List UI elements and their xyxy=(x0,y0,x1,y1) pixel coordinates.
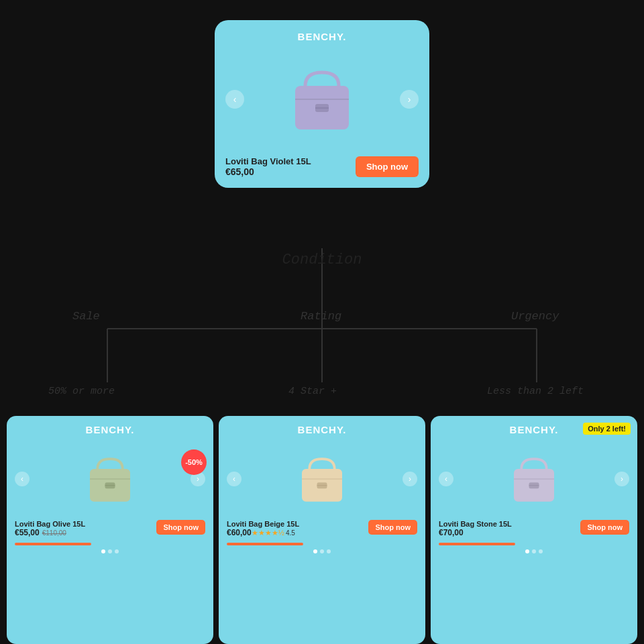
bottom-card-title-1: Loviti Bag Beige 15L xyxy=(227,520,299,528)
card-title: Loviti Bag Violet 15L xyxy=(225,156,311,166)
next-btn-1[interactable]: › xyxy=(402,472,417,486)
branch-sublabel-rating: 4 Star + xyxy=(288,386,337,397)
bottom-card-title-2: Loviti Bag Stone 15L xyxy=(439,520,512,528)
branch-label-rating: Rating xyxy=(301,310,341,323)
shop-now-btn-1[interactable]: Shop now xyxy=(368,520,417,535)
branch-label-urgency: Urgency xyxy=(511,310,559,323)
product-image-0 xyxy=(80,445,140,513)
prev-btn-2[interactable]: ‹ xyxy=(439,472,453,486)
card-price: €65,00 xyxy=(225,166,311,177)
stars-1: ★★★★½ xyxy=(252,529,284,537)
prev-button[interactable]: ‹ xyxy=(225,90,244,109)
shop-now-button[interactable]: Shop now xyxy=(356,156,419,177)
bottom-card-1: BENCHY. ‹ › Loviti Bag Beige 15L €60,00 … xyxy=(219,416,425,644)
bottom-card-old-price-0: €110,00 xyxy=(42,529,66,537)
discount-badge: -50% xyxy=(181,449,207,475)
bottom-card-price-2: €70,00 xyxy=(439,528,464,537)
branch-sublabel-sale: 50% or more xyxy=(48,386,115,397)
shop-now-btn-0[interactable]: Shop now xyxy=(156,520,205,535)
bottom-card-0: BENCHY. -50% ‹ › Loviti Bag Olive 15L €5… xyxy=(7,416,213,644)
top-product-card: BENCHY. ‹ › Loviti Bag Violet 15L €65,00… xyxy=(215,20,429,188)
brand-label: BENCHY. xyxy=(225,31,419,42)
bottom-card-title-0: Loviti Bag Olive 15L xyxy=(15,520,85,528)
bottom-card-price-1: €60,00 xyxy=(227,528,252,537)
brand-label-1: BENCHY. xyxy=(227,424,417,435)
prev-btn-0[interactable]: ‹ xyxy=(15,472,30,486)
bottom-card-price-0: €55,00 xyxy=(15,528,40,537)
stock-badge: Only 2 left! xyxy=(583,423,631,435)
product-image xyxy=(282,56,362,143)
rating-num-1: 4.5 xyxy=(286,529,295,537)
prev-btn-1[interactable]: ‹ xyxy=(227,472,241,486)
product-image-2 xyxy=(504,445,564,513)
shop-now-btn-2[interactable]: Shop now xyxy=(580,520,629,535)
branch-label-sale: Sale xyxy=(72,310,100,323)
brand-label-0: BENCHY. xyxy=(15,424,205,435)
condition-label: Condition xyxy=(282,252,362,268)
branch-sublabel-urgency: Less than 2 left xyxy=(487,386,584,397)
next-btn-2[interactable]: › xyxy=(614,472,629,486)
product-image-1 xyxy=(292,445,352,513)
next-button[interactable]: › xyxy=(400,90,419,109)
bottom-card-2: BENCHY. Only 2 left! ‹ › Loviti Bag Ston… xyxy=(431,416,637,644)
